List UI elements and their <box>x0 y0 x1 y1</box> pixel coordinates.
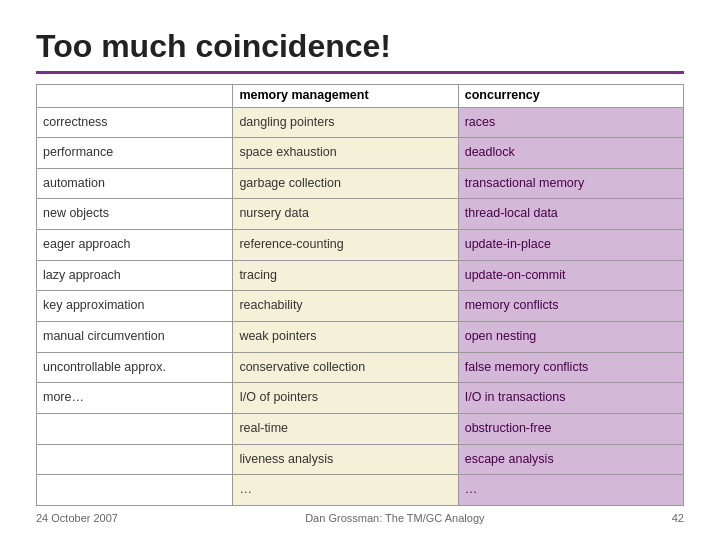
cell-left: more… <box>37 383 233 414</box>
cell-right: update-on-commit <box>458 260 683 291</box>
table-row: more…I/O of pointersI/O in transactions <box>37 383 684 414</box>
cell-left <box>37 444 233 475</box>
table-row: lazy approachtracingupdate-on-commit <box>37 260 684 291</box>
table-row: new objectsnursery datathread-local data <box>37 199 684 230</box>
table-header-row: memory management concurrency <box>37 85 684 108</box>
slide: Too much coincidence! memory management … <box>0 0 720 540</box>
cell-left: correctness <box>37 107 233 138</box>
table-row: …… <box>37 475 684 506</box>
cell-mid: liveness analysis <box>233 444 458 475</box>
cell-left: key approximation <box>37 291 233 322</box>
table-row: manual circumventionweak pointersopen ne… <box>37 321 684 352</box>
cell-right: … <box>458 475 683 506</box>
footer-date: 24 October 2007 <box>36 512 118 524</box>
footer-page: 42 <box>672 512 684 524</box>
header-col2: memory management <box>233 85 458 108</box>
cell-mid: dangling pointers <box>233 107 458 138</box>
cell-mid: reference-counting <box>233 230 458 261</box>
comparison-table: memory management concurrency correctnes… <box>36 84 684 506</box>
header-col1 <box>37 85 233 108</box>
cell-left: eager approach <box>37 230 233 261</box>
cell-right: update-in-place <box>458 230 683 261</box>
table-row: eager approachreference-countingupdate-i… <box>37 230 684 261</box>
cell-left: performance <box>37 138 233 169</box>
cell-left: automation <box>37 168 233 199</box>
header-col3: concurrency <box>458 85 683 108</box>
cell-mid: real-time <box>233 413 458 444</box>
cell-left <box>37 413 233 444</box>
cell-right: races <box>458 107 683 138</box>
cell-mid: I/O of pointers <box>233 383 458 414</box>
footer: 24 October 2007 Dan Grossman: The TM/GC … <box>36 512 684 524</box>
cell-right: obstruction-free <box>458 413 683 444</box>
cell-left: manual circumvention <box>37 321 233 352</box>
table-row: liveness analysisescape analysis <box>37 444 684 475</box>
cell-mid: … <box>233 475 458 506</box>
cell-right: deadlock <box>458 138 683 169</box>
cell-right: thread-local data <box>458 199 683 230</box>
cell-mid: reachability <box>233 291 458 322</box>
slide-title: Too much coincidence! <box>36 28 684 65</box>
cell-mid: garbage collection <box>233 168 458 199</box>
table-body: correctnessdangling pointersracesperform… <box>37 107 684 506</box>
cell-mid: nursery data <box>233 199 458 230</box>
table-row: real-timeobstruction-free <box>37 413 684 444</box>
title-divider <box>36 71 684 74</box>
cell-left: lazy approach <box>37 260 233 291</box>
cell-right: open nesting <box>458 321 683 352</box>
table-row: uncontrollable approx.conservative colle… <box>37 352 684 383</box>
cell-right: false memory conflicts <box>458 352 683 383</box>
cell-mid: tracing <box>233 260 458 291</box>
table-row: correctnessdangling pointersraces <box>37 107 684 138</box>
table-row: automationgarbage collectiontransactiona… <box>37 168 684 199</box>
cell-right: escape analysis <box>458 444 683 475</box>
cell-left: uncontrollable approx. <box>37 352 233 383</box>
table-row: key approximationreachabilitymemory conf… <box>37 291 684 322</box>
cell-mid: space exhaustion <box>233 138 458 169</box>
cell-left <box>37 475 233 506</box>
cell-right: transactional memory <box>458 168 683 199</box>
cell-left: new objects <box>37 199 233 230</box>
cell-right: I/O in transactions <box>458 383 683 414</box>
table-row: performancespace exhaustiondeadlock <box>37 138 684 169</box>
cell-mid: weak pointers <box>233 321 458 352</box>
cell-mid: conservative collection <box>233 352 458 383</box>
footer-citation: Dan Grossman: The TM/GC Analogy <box>305 512 484 524</box>
cell-right: memory conflicts <box>458 291 683 322</box>
